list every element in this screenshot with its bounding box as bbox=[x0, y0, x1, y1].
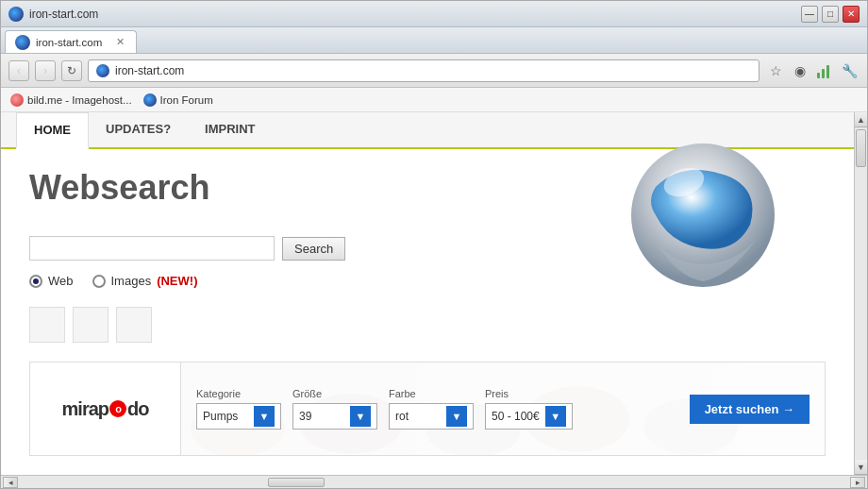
window-frame: iron-start.com — □ ✕ iron-start.com ✕ ‹ … bbox=[0, 0, 868, 489]
placeholder-boxes bbox=[29, 307, 826, 343]
bookmark-favicon-iron bbox=[143, 93, 157, 107]
filter-kategorie-arrow[interactable]: ▼ bbox=[254, 406, 275, 427]
forward-button[interactable]: › bbox=[35, 60, 56, 81]
svg-rect-0 bbox=[817, 73, 820, 78]
bookmarks-bar: bild.me - Imagehost... Iron Forum bbox=[1, 88, 867, 112]
back-button[interactable]: ‹ bbox=[8, 60, 29, 81]
nav-imprint[interactable]: IMPRINT bbox=[188, 112, 272, 149]
scrollbar-vertical: ▲ ▼ bbox=[854, 112, 867, 475]
filter-farbe-arrow[interactable]: ▼ bbox=[446, 406, 467, 427]
maximize-button[interactable]: □ bbox=[822, 6, 839, 23]
radio-images[interactable]: Images (NEW!) bbox=[92, 274, 198, 288]
filter-groesse-label: Größe bbox=[292, 388, 377, 399]
title-bar: iron-start.com — □ ✕ bbox=[1, 1, 867, 27]
placeholder-box-1 bbox=[29, 307, 65, 343]
globe-logo bbox=[627, 140, 778, 291]
scroll-h-track bbox=[18, 477, 850, 488]
bookmark-iron-forum[interactable]: Iron Forum bbox=[143, 93, 213, 107]
radio-images-dot bbox=[92, 275, 106, 288]
tab-title: iron-start.com bbox=[36, 37, 102, 48]
filter-overlay: Kategorie Pumps ▼ Größe 39 bbox=[181, 363, 825, 455]
search-button[interactable]: Search bbox=[282, 237, 345, 261]
browser-tab[interactable]: iron-start.com ✕ bbox=[5, 30, 137, 53]
svg-rect-2 bbox=[826, 65, 829, 78]
search-input[interactable] bbox=[29, 236, 275, 261]
close-button[interactable]: ✕ bbox=[843, 6, 860, 23]
minimize-button[interactable]: — bbox=[801, 6, 818, 23]
title-bar-left: iron-start.com bbox=[8, 7, 98, 22]
browser-toolbar: ‹ › ↻ iron-start.com ☆ ◉ 🔧 bbox=[1, 54, 867, 88]
window-controls: — □ ✕ bbox=[801, 6, 860, 23]
radio-web-dot bbox=[29, 275, 42, 288]
nav-updates[interactable]: UPDATES? bbox=[89, 112, 188, 149]
tab-favicon bbox=[15, 35, 30, 50]
scroll-up-button[interactable]: ▲ bbox=[855, 112, 867, 127]
tab-close-button[interactable]: ✕ bbox=[113, 36, 126, 49]
bookmark-favicon-bild bbox=[10, 93, 24, 107]
scrollbar-horizontal: ◂ ▸ bbox=[1, 475, 867, 488]
page-content: HOME UPDATES? IMPRINT bbox=[1, 112, 867, 475]
radio-images-label: Images bbox=[111, 274, 152, 288]
address-text: iron-start.com bbox=[115, 64, 751, 77]
bookmark-label-bild: bild.me - Imagehost... bbox=[27, 94, 132, 106]
window-title: iron-start.com bbox=[29, 8, 98, 21]
browser-favicon bbox=[8, 7, 24, 22]
placeholder-box-3 bbox=[116, 307, 152, 343]
filter-preis: Preis 50 - 100€ ▼ bbox=[485, 388, 573, 430]
filter-preis-label: Preis bbox=[485, 388, 573, 399]
ad-area: mirapodo bbox=[29, 362, 826, 456]
scroll-track bbox=[855, 127, 867, 460]
mirapodo-o: o bbox=[109, 400, 126, 417]
filter-kategorie-select[interactable]: Pumps ▼ bbox=[196, 403, 281, 430]
filter-farbe: Farbe rot ▼ bbox=[389, 388, 474, 430]
filter-farbe-label: Farbe bbox=[389, 388, 474, 399]
bookmark-bild[interactable]: bild.me - Imagehost... bbox=[10, 93, 132, 107]
scroll-h-thumb[interactable] bbox=[268, 478, 325, 487]
filter-groesse-select[interactable]: 39 ▼ bbox=[292, 403, 377, 430]
scroll-left-button[interactable]: ◂ bbox=[3, 477, 18, 488]
scroll-down-button[interactable]: ▼ bbox=[855, 460, 867, 475]
filter-preis-arrow[interactable]: ▼ bbox=[545, 406, 566, 427]
placeholder-box-2 bbox=[73, 307, 108, 343]
refresh-button[interactable]: ↻ bbox=[61, 60, 82, 81]
address-favicon bbox=[96, 64, 109, 77]
bookmark-label-iron: Iron Forum bbox=[160, 94, 213, 106]
address-bar[interactable]: iron-start.com bbox=[88, 59, 760, 82]
jetzt-suchen-button[interactable]: Jetzt suchen → bbox=[690, 395, 810, 424]
filter-kategorie: Kategorie Pumps ▼ bbox=[196, 388, 281, 430]
tab-bar: iron-start.com ✕ bbox=[1, 27, 867, 54]
nav-home[interactable]: HOME bbox=[16, 112, 89, 149]
scroll-right-button[interactable]: ▸ bbox=[850, 477, 865, 488]
filter-groesse: Größe 39 ▼ bbox=[292, 388, 377, 430]
signal-icon[interactable] bbox=[814, 60, 835, 81]
filter-kategorie-label: Kategorie bbox=[196, 388, 281, 399]
filter-farbe-select[interactable]: rot ▼ bbox=[389, 403, 474, 430]
filter-groesse-arrow[interactable]: ▼ bbox=[350, 406, 371, 427]
mirapodo-logo: mirapodo bbox=[30, 363, 181, 455]
new-badge: (NEW!) bbox=[157, 274, 197, 288]
radio-web-label: Web bbox=[48, 274, 74, 288]
scroll-thumb[interactable] bbox=[856, 129, 866, 167]
toolbar-icons: ☆ ◉ 🔧 bbox=[765, 60, 860, 81]
svg-rect-1 bbox=[822, 69, 825, 78]
page-main: HOME UPDATES? IMPRINT bbox=[1, 112, 854, 475]
page-body: Websearch Search Web Images (NEW!) bbox=[1, 149, 854, 475]
shoe-thumbnails: Kategorie Pumps ▼ Größe 39 bbox=[181, 363, 825, 455]
star-icon[interactable]: ☆ bbox=[765, 60, 786, 81]
wrench-icon[interactable]: 🔧 bbox=[839, 60, 860, 81]
radio-web[interactable]: Web bbox=[29, 274, 74, 288]
filter-preis-select[interactable]: 50 - 100€ ▼ bbox=[485, 403, 573, 430]
srware-icon[interactable]: ◉ bbox=[790, 60, 810, 81]
